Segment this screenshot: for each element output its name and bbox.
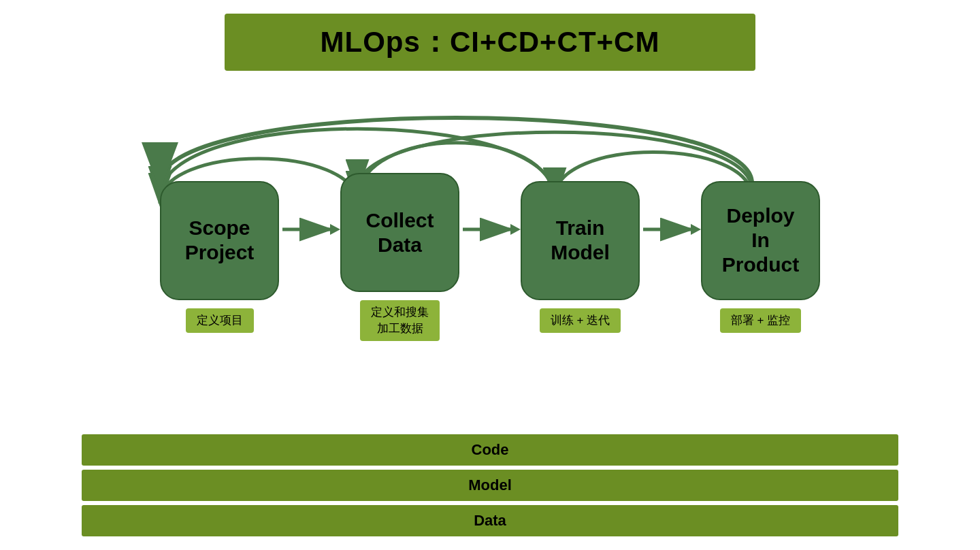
code-bar-label: Code (472, 441, 509, 458)
collect-data-label: CollectData (365, 208, 434, 257)
h-arrow-3 (640, 216, 701, 243)
deploy-in-product-sublabel: 部署 + 监控 (720, 308, 801, 333)
step-collect-data: CollectData 定义和搜集加工数据 (340, 173, 459, 341)
step-deploy-in-product: DeployInProduct 部署 + 监控 (701, 181, 820, 333)
svg-marker-7 (691, 224, 701, 235)
deploy-in-product-sublabel-text: 部署 + 监控 (731, 314, 790, 327)
title-banner: MLOps：CI+CD+CT+CM (225, 14, 755, 71)
train-model-sublabel: 训练 + 迭代 (540, 308, 621, 333)
page-title: MLOps：CI+CD+CT+CM (321, 26, 660, 58)
model-bar: Model (82, 470, 898, 501)
train-model-label: TrainModel (551, 216, 610, 265)
scope-project-box: ScopeProject (160, 181, 279, 300)
data-bar: Data (82, 505, 898, 536)
boxes-row: ScopeProject 定义项目 CollectData (160, 173, 820, 341)
collect-data-sublabel-text: 定义和搜集加工数据 (371, 306, 429, 335)
scope-project-sublabel-text: 定义项目 (197, 314, 243, 327)
svg-marker-3 (330, 224, 340, 235)
deploy-in-product-box: DeployInProduct (701, 181, 820, 300)
train-model-box: TrainModel (521, 181, 640, 300)
bottom-bars: Code Model Data (82, 434, 898, 536)
diagram-area: ScopeProject 定义项目 CollectData (54, 78, 926, 414)
step-train-model: TrainModel 训练 + 迭代 (521, 181, 640, 333)
h-arrow-2 (459, 216, 521, 243)
code-bar: Code (82, 434, 898, 466)
collect-data-sublabel: 定义和搜集加工数据 (360, 300, 440, 341)
model-bar-label: Model (468, 476, 512, 494)
scope-project-label: ScopeProject (185, 216, 255, 265)
page-container: MLOps：CI+CD+CT+CM (0, 0, 980, 550)
deploy-in-product-label: DeployInProduct (722, 204, 799, 277)
collect-data-box: CollectData (340, 173, 459, 292)
scope-project-sublabel: 定义项目 (186, 308, 254, 333)
train-model-sublabel-text: 训练 + 迭代 (551, 314, 610, 327)
step-scope-project: ScopeProject 定义项目 (160, 181, 279, 333)
svg-marker-5 (510, 224, 521, 235)
h-arrow-1 (279, 216, 340, 243)
data-bar-label: Data (474, 512, 506, 529)
